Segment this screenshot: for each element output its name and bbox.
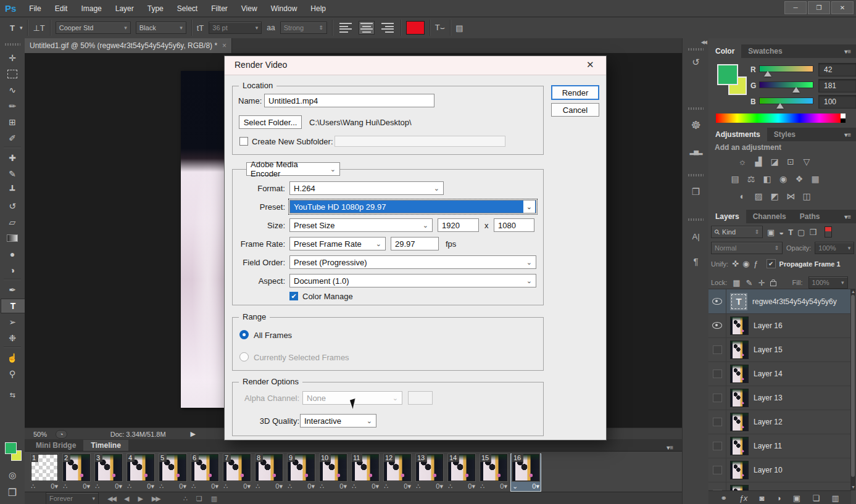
scroll-up-icon[interactable]: ▲ (851, 289, 855, 294)
layer-row[interactable]: Layer 10 (708, 458, 851, 482)
toggle-panels-icon[interactable]: ▤ (455, 23, 463, 33)
field-order-select[interactable]: Preset (Progressive)⌄ (289, 255, 536, 269)
frame-14[interactable]: 14∴0▾ (447, 454, 476, 491)
green-slider-thumb[interactable] (792, 87, 800, 93)
histogram-panel-icon[interactable]: ▂▅▂ (683, 142, 709, 160)
warp-text-icon[interactable]: T⌣ (435, 23, 446, 33)
quick-mask-button[interactable]: ◎ (0, 468, 25, 482)
align-left-button[interactable] (338, 21, 354, 35)
tab-layers[interactable]: Layers (708, 210, 746, 223)
frame-10[interactable]: 10∴0▾ (318, 454, 348, 491)
layers-scrollbar-thumb[interactable] (851, 295, 855, 477)
subfolder-input[interactable] (335, 136, 505, 147)
selected-frames-radio[interactable] (239, 352, 249, 361)
frame-12[interactable]: 12∴0▾ (383, 454, 412, 491)
eraser-tool[interactable]: ▱ (0, 215, 25, 229)
format-select[interactable]: H.264⌄ (289, 181, 444, 195)
zoom-level[interactable]: 50% (25, 431, 56, 438)
color-lookup-icon[interactable]: ▦ (807, 173, 823, 185)
3d-quality-select[interactable]: Interactive⌄ (300, 414, 376, 428)
color-panel-menu-icon[interactable]: ▾≡ (839, 44, 856, 58)
photo-filter-icon[interactable]: ◉ (775, 173, 791, 185)
vibrance-icon[interactable]: ▽ (799, 155, 815, 168)
channel-mixer-icon[interactable]: ❖ (791, 173, 807, 185)
frame-8[interactable]: 8∴0▾ (254, 454, 284, 491)
frame-delay[interactable]: 0▾ (468, 482, 475, 490)
blue-slider[interactable] (759, 97, 813, 104)
visibility-toggle[interactable] (708, 289, 726, 313)
history-brush-tool[interactable]: ↺ (0, 199, 25, 213)
doc-size-info[interactable]: Doc: 3.34M/51.8M (110, 431, 166, 438)
green-value[interactable]: 181 (818, 79, 856, 93)
align-right-button[interactable] (380, 21, 396, 35)
font-style-select[interactable]: Black▾ (136, 22, 186, 34)
posterize-icon[interactable]: ▨ (750, 190, 767, 202)
character-panel-icon[interactable]: A| (683, 227, 709, 246)
filter-smart-object-icon[interactable]: ❒ (809, 228, 817, 237)
frame-delay[interactable]: 0▾ (532, 482, 539, 490)
lock-pixels-icon[interactable]: ✎ (746, 278, 753, 287)
red-slider-thumb[interactable] (764, 71, 771, 76)
layer-row[interactable]: Layer 16 (708, 313, 851, 338)
layer-name[interactable]: Layer 16 (754, 321, 783, 330)
new-group-icon[interactable]: ▣ (793, 494, 800, 503)
lock-all-icon[interactable] (770, 281, 776, 286)
hue-saturation-icon[interactable]: ▤ (727, 173, 743, 185)
blend-mode-select[interactable]: Normal⇕ (711, 242, 783, 254)
alpha-extra-field[interactable] (408, 391, 433, 405)
layers-panel-menu-icon[interactable]: ▾≡ (839, 210, 856, 223)
layer-row[interactable]: Layer 13 (708, 386, 851, 410)
frame-7[interactable]: 7∴0▾ (222, 454, 252, 491)
filter-toggle[interactable] (825, 226, 832, 238)
frame-delay[interactable]: 0▾ (307, 482, 315, 490)
color-spectrum-ramp[interactable] (716, 114, 841, 123)
filename-input[interactable]: Untitled1.mp4 (264, 94, 434, 107)
fill-select[interactable]: 100%▾ (808, 276, 848, 289)
frame-delay[interactable]: 0▾ (147, 482, 154, 490)
layer-name[interactable]: Layer 13 (754, 394, 783, 402)
visibility-toggle[interactable] (708, 410, 726, 434)
frame-3[interactable]: 3∴0▾ (94, 454, 123, 491)
type-tool-icon[interactable]: T (10, 23, 15, 33)
visibility-toggle[interactable] (708, 361, 726, 386)
visibility-toggle[interactable] (708, 458, 726, 482)
screen-mode-button[interactable]: ❐ (0, 485, 25, 500)
frame-rate-select[interactable]: Preset Frame Rate⌄ (289, 237, 386, 250)
frame-delay[interactable]: 0▾ (211, 482, 218, 490)
frame-2[interactable]: 2∴0▾ (62, 454, 91, 491)
gradient-map-icon[interactable]: ⋈ (783, 190, 799, 202)
delete-layer-icon[interactable]: ▥ (831, 494, 839, 503)
pen-tool[interactable]: ✒ (0, 283, 25, 297)
dodge-tool[interactable]: ◑ (0, 263, 25, 278)
filter-shape-icon[interactable]: ▢ (797, 228, 805, 237)
type-tool[interactable]: T (1, 299, 25, 313)
navigator-panel-icon[interactable]: ☸ (683, 116, 709, 134)
loop-count-select[interactable]: Forever▾ (46, 492, 99, 504)
filter-type-icon[interactable]: T (788, 228, 793, 237)
filter-kind-select[interactable]: ⚲Kind ⇕ (711, 226, 763, 238)
layer-row-partial[interactable] (708, 482, 851, 491)
collapse-dock-icon[interactable]: ◀◀ (701, 39, 706, 45)
frame-1[interactable]: 1∴0▾ (30, 454, 59, 491)
brightness-contrast-icon[interactable]: ☼ (734, 155, 750, 168)
width-input[interactable]: 1920 (438, 218, 479, 232)
filter-image-icon[interactable]: ▣ (767, 228, 775, 237)
subfolder-checkbox[interactable] (239, 137, 248, 146)
tab-swatches[interactable]: Swatches (741, 44, 789, 58)
frame-4[interactable]: 4∴0▾ (126, 454, 156, 491)
blue-value[interactable]: 100 (818, 95, 856, 109)
toolbar-grip[interactable] (5, 43, 20, 46)
anti-alias-select[interactable]: Strong⇕ (280, 22, 327, 34)
layer-thumbnail[interactable] (730, 316, 749, 335)
tab-mini-bridge[interactable]: Mini Bridge (28, 440, 83, 451)
frame-11[interactable]: 11∴0▾ (351, 454, 380, 491)
menu-file[interactable]: File (22, 0, 48, 17)
maximize-button[interactable]: ❐ (808, 1, 830, 14)
layer-row[interactable]: Layer 11 (708, 434, 851, 458)
new-layer-icon[interactable]: ❏ (812, 494, 820, 503)
menu-window[interactable]: Window (264, 0, 304, 17)
frame-delay[interactable]: 0▾ (243, 482, 251, 490)
curves-icon[interactable]: ◪ (767, 155, 783, 168)
custom-shape-tool[interactable]: ❉ (0, 331, 25, 345)
tab-timeline[interactable]: Timeline (83, 440, 128, 451)
